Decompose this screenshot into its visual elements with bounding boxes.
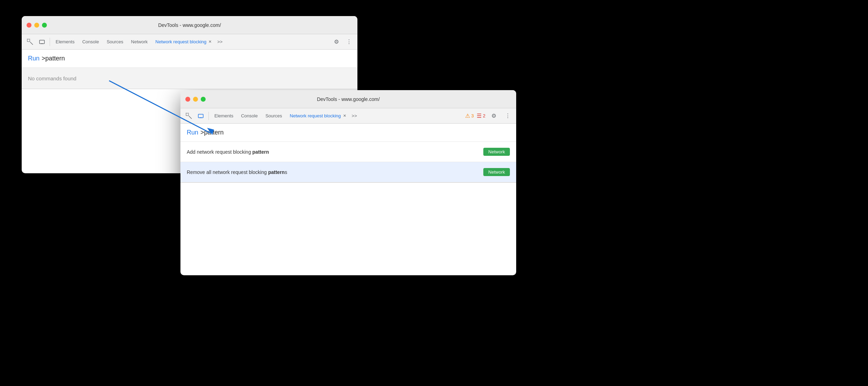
command-input-text-2[interactable]: >pattern xyxy=(200,129,224,136)
device-toggle-icon-2[interactable] xyxy=(195,110,206,122)
svg-line-7 xyxy=(189,116,192,119)
minimize-button-1[interactable] xyxy=(34,23,39,28)
network-badge-2: Network xyxy=(483,168,510,176)
svg-rect-0 xyxy=(27,39,30,42)
window-title-1: DevTools - www.google.com/ xyxy=(27,22,353,28)
maximize-button-2[interactable] xyxy=(201,97,206,102)
more-menu-icon-2[interactable]: ⋮ xyxy=(502,110,513,122)
tab-close-icon-1[interactable]: ✕ xyxy=(208,39,212,44)
device-toggle-icon[interactable] xyxy=(36,36,48,48)
devtools-toolbar-2: Elements Console Sources Network request… xyxy=(180,108,516,124)
title-bar-1: DevTools - www.google.com/ xyxy=(22,16,357,34)
devtools-window-2: DevTools - www.google.com/ Elements Cons… xyxy=(180,90,516,275)
tab-sources-1[interactable]: Sources xyxy=(103,36,127,48)
tab-overflow-2[interactable]: >> xyxy=(350,113,358,118)
warning-badge: ⚠ 3 xyxy=(465,112,474,119)
more-menu-icon-1[interactable]: ⋮ xyxy=(343,36,355,48)
maximize-button-1[interactable] xyxy=(42,23,47,28)
command-input-text-1[interactable]: >pattern xyxy=(42,55,65,62)
tab-elements-1[interactable]: Elements xyxy=(52,36,78,48)
svg-line-1 xyxy=(30,42,33,45)
error-count: 2 xyxy=(483,113,485,118)
devtools-toolbar-1: Elements Console Sources Network Network… xyxy=(22,34,357,50)
minimize-button-2[interactable] xyxy=(193,97,198,102)
tab-sources-2[interactable]: Sources xyxy=(262,110,286,122)
svg-rect-6 xyxy=(186,113,188,116)
title-bar-2: DevTools - www.google.com/ xyxy=(180,90,516,108)
command-input-row-1: Run >pattern xyxy=(22,50,357,68)
tab-elements-2[interactable]: Elements xyxy=(211,110,237,122)
result-text-1: Add network request blocking pattern xyxy=(187,149,269,155)
tab-console-2[interactable]: Console xyxy=(237,110,261,122)
tab-network-request-blocking-2[interactable]: Network request blocking ✕ xyxy=(286,110,350,122)
error-icon: ☰ xyxy=(477,112,482,119)
tab-console-1[interactable]: Console xyxy=(79,36,102,48)
window-controls-2 xyxy=(185,97,206,102)
toolbar-divider-2 xyxy=(208,112,209,120)
element-selector-icon-2[interactable] xyxy=(183,110,194,122)
svg-rect-2 xyxy=(40,40,44,44)
warning-icon: ⚠ xyxy=(465,112,470,119)
network-badge-1: Network xyxy=(483,148,510,156)
run-label-2: Run xyxy=(187,129,198,136)
toolbar-right-2: ⚠ 3 ☰ 2 ⚙ ⋮ xyxy=(465,110,513,122)
tab-overflow-1[interactable]: >> xyxy=(216,39,224,44)
close-button-2[interactable] xyxy=(185,97,190,102)
window-title-2: DevTools - www.google.com/ xyxy=(185,96,511,102)
window-controls-1 xyxy=(27,23,47,28)
tab-close-icon-2[interactable]: ✕ xyxy=(343,114,346,118)
command-palette-2: Run >pattern Add network request blockin… xyxy=(180,124,516,183)
settings-icon-1[interactable]: ⚙ xyxy=(331,36,342,48)
run-label-1: Run xyxy=(28,55,40,62)
settings-icon-2[interactable]: ⚙ xyxy=(488,110,499,122)
toolbar-divider-1 xyxy=(50,38,50,46)
warning-count: 3 xyxy=(471,113,474,118)
command-palette-1: Run >pattern No commands found xyxy=(22,50,357,89)
svg-rect-3 xyxy=(41,43,43,44)
result-text-2: Remove all network request blocking patt… xyxy=(187,169,287,175)
command-input-row-2: Run >pattern xyxy=(180,124,516,142)
no-commands-1: No commands found xyxy=(22,68,357,89)
toolbar-right-1: ⚙ ⋮ xyxy=(331,36,355,48)
command-result-1[interactable]: Add network request blocking pattern Net… xyxy=(180,142,516,162)
svg-rect-9 xyxy=(200,117,202,118)
tab-network-request-blocking-1[interactable]: Network request blocking ✕ xyxy=(152,36,215,48)
error-badge: ☰ 2 xyxy=(477,112,485,119)
close-button-1[interactable] xyxy=(27,23,31,28)
element-selector-icon[interactable] xyxy=(24,36,36,48)
svg-rect-8 xyxy=(198,114,203,118)
command-result-2[interactable]: Remove all network request blocking patt… xyxy=(180,162,516,182)
tab-network-1[interactable]: Network xyxy=(128,36,151,48)
